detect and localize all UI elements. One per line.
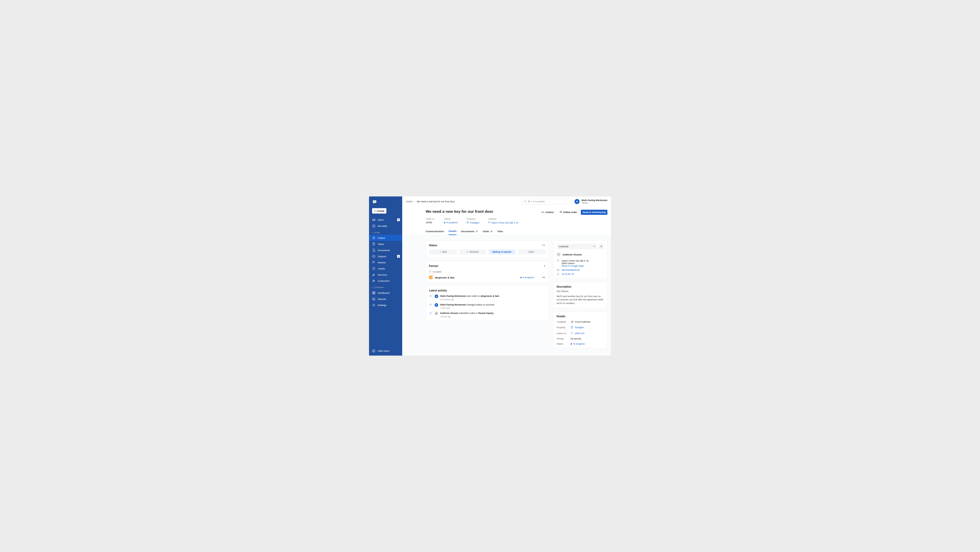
hide-menu-button[interactable]: Hide menu bbox=[369, 346, 402, 356]
user-menu[interactable]: N Niels Paving Mortensen Taurus bbox=[574, 199, 608, 204]
svg-point-22 bbox=[558, 274, 558, 275]
svg-point-6 bbox=[374, 280, 375, 281]
nav-label: Inbox bbox=[378, 219, 383, 221]
user-org: Taurus bbox=[581, 201, 608, 204]
app-logo bbox=[372, 199, 377, 204]
nav-support[interactable]: Support 4 bbox=[369, 253, 402, 259]
wrench-icon bbox=[372, 273, 375, 276]
svg-point-14 bbox=[525, 201, 526, 202]
detail-priority[interactable]: Priority No priority bbox=[557, 337, 604, 340]
partner-accepted: Accepted bbox=[429, 270, 546, 273]
partner-card: Partner + Accepted J Jørgensen & Søn In … bbox=[426, 261, 549, 282]
chevron-down-icon: ▾ bbox=[372, 287, 373, 289]
create-label: Create bbox=[377, 209, 385, 212]
svg-point-19 bbox=[558, 260, 558, 261]
nav-orders[interactable]: Orders bbox=[369, 235, 402, 241]
tab-badge: 2 bbox=[476, 230, 478, 233]
add-customer-button[interactable]: + bbox=[598, 244, 604, 249]
nav-documents[interactable]: Documents bbox=[369, 247, 402, 253]
activity-item: ✈ N Niels Paving Mortensen sent order to… bbox=[429, 295, 546, 301]
customer-email[interactable]: danmark@aldi.dk bbox=[557, 269, 604, 271]
step-received[interactable]: ✓Received bbox=[458, 249, 487, 254]
pin-icon bbox=[488, 221, 490, 224]
follow-button[interactable]: Follow order bbox=[558, 209, 579, 215]
header-actions: ••• Actions Follow order Send to Ordrest… bbox=[539, 209, 608, 215]
status-dot-icon bbox=[520, 277, 522, 278]
tab-documents[interactable]: Documents 2 bbox=[461, 228, 478, 235]
add-partner-button[interactable]: + bbox=[544, 264, 546, 268]
meta-address: Address Søren Frichs Vej 23B 4. th. bbox=[488, 218, 519, 224]
send-button[interactable]: Send to Ordrestyring bbox=[581, 210, 608, 215]
card-title: Status bbox=[429, 244, 437, 247]
nav-badge: 3 bbox=[397, 219, 400, 221]
activity-card: Latest activity ✈ N Niels Paving Mortens… bbox=[426, 286, 549, 321]
follow-label: Follow order bbox=[563, 211, 577, 214]
support-icon bbox=[372, 255, 375, 258]
status-card: Status ••• ✓New ✓Received Waiting on par… bbox=[426, 240, 549, 258]
detail-property[interactable]: Property Trianglen bbox=[557, 326, 604, 329]
detail-status[interactable]: Status In progress bbox=[557, 343, 604, 345]
create-button[interactable]: + Create bbox=[372, 208, 387, 214]
reports-icon bbox=[372, 297, 375, 301]
nav-label: Assets bbox=[378, 267, 385, 270]
check-icon: ✓ bbox=[439, 250, 442, 253]
nav-services[interactable]: Services bbox=[369, 271, 402, 278]
nav-label: Settings bbox=[378, 304, 387, 306]
customer-phone[interactable]: 12 34 56 78 bbox=[557, 273, 604, 275]
nav-my-tasks[interactable]: My tasks bbox=[369, 223, 402, 229]
more-icon: ••• bbox=[541, 211, 544, 214]
more-icon[interactable]: ••• bbox=[542, 244, 546, 247]
meta-status: Status In progress bbox=[444, 218, 458, 224]
nav-reports[interactable]: Reports bbox=[369, 296, 402, 302]
step-waiting[interactable]: Waiting on partner bbox=[488, 249, 516, 254]
description-greeting: Hey Taurus, bbox=[557, 290, 604, 293]
svg-rect-10 bbox=[374, 293, 375, 294]
activity-time: 18 minutes ago bbox=[440, 298, 499, 301]
maps-link[interactable]: Show in Google Maps bbox=[562, 265, 589, 267]
hide-menu-label: Hide menu bbox=[378, 349, 390, 352]
partner-row[interactable]: J Jørgensen & Søn In progress ••• bbox=[429, 276, 546, 279]
tab-files[interactable]: Files bbox=[497, 228, 503, 235]
plus-icon: + bbox=[429, 312, 432, 315]
search-input[interactable]: ⌘ + K to search bbox=[522, 199, 571, 204]
actions-button[interactable]: ••• Actions bbox=[539, 210, 555, 215]
avatar: K bbox=[557, 252, 561, 257]
order-meta: Order no. 15499 Status In progress Prope… bbox=[402, 215, 611, 228]
nav-assets[interactable]: Assets bbox=[369, 265, 402, 271]
avatar: K bbox=[571, 320, 574, 323]
nav-settings[interactable]: Settings bbox=[369, 302, 402, 308]
partner-name: Jørgensen & Søn bbox=[434, 276, 518, 279]
tasks-icon bbox=[372, 224, 375, 228]
more-icon[interactable]: ••• bbox=[542, 276, 546, 279]
customer-person[interactable]: K Kathrine Vissum bbox=[557, 252, 604, 257]
detail-lease[interactable]: Lease no. 2800-120 bbox=[557, 332, 604, 335]
nav-inbox[interactable]: Inbox 3 bbox=[369, 217, 402, 223]
step-new[interactable]: ✓New bbox=[429, 249, 457, 254]
breadcrumb: Orders / We need a new key for our front… bbox=[406, 200, 519, 203]
dashboard-icon bbox=[372, 291, 375, 295]
activity-item: + K Kathrine Vissum submitted order in T… bbox=[429, 312, 546, 318]
meta-order-no: Order no. 15499 bbox=[426, 218, 435, 224]
pencil-icon: ✎ bbox=[429, 303, 432, 306]
chevron-down-icon: ▾ bbox=[594, 246, 595, 247]
avatar: K bbox=[434, 312, 438, 315]
status-dot-icon bbox=[571, 343, 572, 345]
nav-notices[interactable]: Notices bbox=[369, 259, 402, 265]
documents-icon bbox=[372, 249, 375, 252]
detail-assignee[interactable]: Assignee KKnud Andersen bbox=[557, 320, 604, 323]
step-done[interactable]: Done bbox=[517, 249, 546, 254]
tab-tasks[interactable]: Tasks 3 bbox=[483, 228, 493, 235]
nav-label: Services bbox=[378, 273, 387, 276]
breadcrumb-root[interactable]: Orders bbox=[406, 200, 413, 203]
search-icon bbox=[524, 200, 527, 203]
tab-details[interactable]: Details bbox=[449, 228, 457, 235]
main-panel: Orders / We need a new key for our front… bbox=[402, 196, 611, 356]
nav-dashboard[interactable]: Dashboard bbox=[369, 290, 402, 296]
tab-communication[interactable]: Communication bbox=[426, 228, 444, 235]
meta-property: Property Trianglen bbox=[466, 218, 479, 224]
nav-tasks[interactable]: Tasks bbox=[369, 241, 402, 247]
nav-customers[interactable]: Customers bbox=[369, 278, 402, 284]
nav-label: Notices bbox=[378, 261, 386, 264]
activity-time: 3 hours ago bbox=[440, 316, 493, 318]
customer-selector[interactable]: Customer ▾ bbox=[557, 244, 597, 249]
